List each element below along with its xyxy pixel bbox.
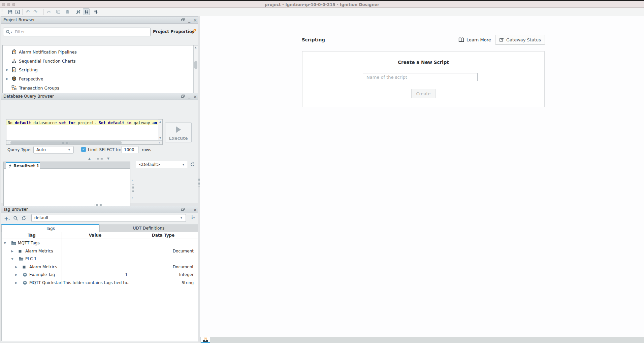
scroll-up-icon[interactable]: ▲ xyxy=(195,46,196,49)
square-icon xyxy=(19,250,22,253)
sql-keyword: an xyxy=(152,121,157,125)
expand-arrow-icon[interactable]: ▶ xyxy=(11,250,13,253)
collapse-up-icon[interactable]: ▲ xyxy=(88,157,91,160)
splitter-grip[interactable] xyxy=(96,158,103,160)
tree-item-alarm-notification-pipelines[interactable]: Alarm Notification Pipelines xyxy=(3,49,191,55)
project-properties-link[interactable]: Project Properties xyxy=(153,29,194,34)
script-name-input[interactable] xyxy=(363,73,478,81)
collapse-right-icon[interactable]: › xyxy=(132,196,133,200)
collapse-left-icon[interactable]: ‹ xyxy=(132,178,133,182)
db-query-browser-header[interactable]: Database Query Browser _ × xyxy=(1,93,198,100)
sql-hscrollbar[interactable]: ‹ › xyxy=(6,140,162,144)
tab-resultset-1[interactable]: Resultset 1 xyxy=(6,162,40,169)
project-tree-scrollbar[interactable]: ▲ ▼ xyxy=(193,45,198,98)
merge-updown-icon[interactable] xyxy=(92,8,99,15)
toolbar-separator xyxy=(73,9,73,15)
copy-icon[interactable] xyxy=(55,8,62,15)
tag-datatype: Integer xyxy=(129,272,194,277)
sql-vscrollbar[interactable]: ▲ ▼ xyxy=(158,119,162,140)
chevron-down-icon[interactable]: ▾ xyxy=(193,216,195,219)
toolbar-grip[interactable] xyxy=(1,9,2,14)
tag-row-mqtt-tags[interactable]: ▼MQTT Tags xyxy=(2,239,198,247)
cut-icon[interactable]: ✂ xyxy=(45,8,52,15)
tag-browser-header[interactable]: Tag Browser _ × xyxy=(1,206,198,213)
scrollbar-thumb[interactable] xyxy=(194,61,197,69)
datasource-select[interactable]: <Default> ▾ xyxy=(136,161,188,168)
filter-options-arrow-icon[interactable]: ▾ xyxy=(11,31,12,34)
add-tag-icon[interactable]: + xyxy=(4,215,8,222)
chevron-down-icon: ▾ xyxy=(68,146,70,153)
tree-item-label: Scripting xyxy=(19,67,38,72)
execute-button[interactable]: Execute xyxy=(165,123,192,142)
float-panel-icon[interactable] xyxy=(181,207,186,212)
refresh-datasource-icon[interactable] xyxy=(190,162,195,167)
project-browser-header[interactable]: Project Browser _ × xyxy=(1,16,198,24)
expand-arrow-icon[interactable]: ▶ xyxy=(15,266,18,269)
tag-row-example-tag[interactable]: ▶Example Tag1Integer xyxy=(2,271,198,279)
scroll-left-icon[interactable]: ‹ xyxy=(7,141,8,144)
expand-arrow-icon[interactable]: ▶ xyxy=(6,77,8,80)
tag-row-mqtt-quickstart[interactable]: ▶MQTT QuickstartThis folder contains tag… xyxy=(2,279,198,287)
collapse-down-icon[interactable]: ▼ xyxy=(107,157,109,160)
float-panel-icon[interactable] xyxy=(181,94,186,99)
learn-more-link[interactable]: Learn More xyxy=(458,37,491,42)
splitter-grip[interactable] xyxy=(132,184,134,192)
column-header-tag[interactable]: Tag xyxy=(2,233,62,238)
tree-item-sequential-function-charts[interactable]: Sequential Function Charts xyxy=(3,58,191,64)
column-header-value[interactable]: Value xyxy=(62,233,129,238)
create-button[interactable]: Create xyxy=(411,89,436,98)
tag-row-plc-1[interactable]: ▼PLC 1 xyxy=(2,255,198,263)
minimize-panel-icon[interactable]: _ xyxy=(187,207,192,212)
column-header-datatype[interactable]: Data Type xyxy=(129,233,198,238)
tag-label: MQTT Tags xyxy=(18,241,40,245)
scrollbar-grip xyxy=(62,142,69,144)
project-browser-title: Project Browser xyxy=(3,18,35,22)
tab-udt-definitions[interactable]: UDT Definitions xyxy=(99,225,198,232)
search-tags-icon[interactable] xyxy=(13,216,18,221)
expand-arrow-icon[interactable]: ▶ xyxy=(6,68,8,71)
tree-item-scripting[interactable]: ▶Scripting xyxy=(3,67,191,73)
save-all-icon[interactable] xyxy=(14,8,21,15)
scroll-down-icon[interactable]: ▼ xyxy=(159,137,161,139)
minimize-panel-icon[interactable]: _ xyxy=(187,94,192,99)
tag-row-alarm-metrics[interactable]: ▶Alarm MetricsDocument xyxy=(2,263,198,271)
expand-arrow-icon[interactable]: ▶ xyxy=(15,281,18,284)
tag-search-combo[interactable]: default ▾ xyxy=(31,214,186,222)
expand-arrow-icon[interactable]: ▶ xyxy=(15,273,18,276)
close-panel-icon[interactable]: × xyxy=(193,94,197,99)
merge-disabled-icon[interactable] xyxy=(75,8,82,15)
project-properties-wrench-icon[interactable] xyxy=(191,29,196,34)
expand-arrow-icon[interactable]: ▼ xyxy=(11,258,13,261)
chevron-down-icon[interactable]: ▾ xyxy=(8,218,10,221)
undo-icon[interactable]: ↶ xyxy=(24,8,31,15)
scroll-up-icon[interactable]: ▲ xyxy=(159,121,161,123)
sql-editor[interactable]: No default datasource set for project. S… xyxy=(6,119,163,145)
project-filter-input[interactable] xyxy=(3,28,151,36)
paste-icon[interactable] xyxy=(64,8,71,15)
output-console-tab[interactable] xyxy=(201,337,210,343)
query-type-select[interactable]: Auto ▾ xyxy=(33,146,74,153)
tag-browser-title: Tag Browser xyxy=(3,207,28,212)
float-panel-icon[interactable] xyxy=(181,18,186,23)
expand-arrow-icon[interactable]: ▼ xyxy=(4,242,6,245)
lightning-icon xyxy=(8,164,12,168)
limit-select-checkbox[interactable]: ✓ xyxy=(81,147,86,152)
redo-icon[interactable]: ↷ xyxy=(32,8,39,15)
merge-updown-icon-selected[interactable] xyxy=(83,8,90,15)
tag-label: Alarm Metrics xyxy=(29,265,57,269)
sql-text: No default datasource set for project. S… xyxy=(8,121,157,125)
tag-row-alarm-metrics[interactable]: ▶Alarm MetricsDocument xyxy=(2,247,198,255)
gateway-status-button[interactable]: Gateway Status xyxy=(495,35,545,45)
scroll-right-icon[interactable]: › xyxy=(159,141,160,144)
close-panel-icon[interactable]: × xyxy=(193,207,197,212)
minimize-panel-icon[interactable]: _ xyxy=(187,18,192,23)
tree-item-transaction-groups[interactable]: Transaction Groups xyxy=(3,85,191,91)
memtag-icon xyxy=(23,272,27,277)
refresh-tags-icon[interactable] xyxy=(21,216,26,221)
limit-rows-input[interactable] xyxy=(122,146,138,153)
tree-item-perspective[interactable]: ▶Perspective xyxy=(3,76,191,82)
ignition-designer-window: project - Ignition-ip-10-0-0-215 - Ignit… xyxy=(0,0,644,343)
close-panel-icon[interactable]: × xyxy=(193,18,197,23)
tab-tags[interactable]: Tags xyxy=(1,224,99,232)
save-icon[interactable] xyxy=(7,8,13,15)
